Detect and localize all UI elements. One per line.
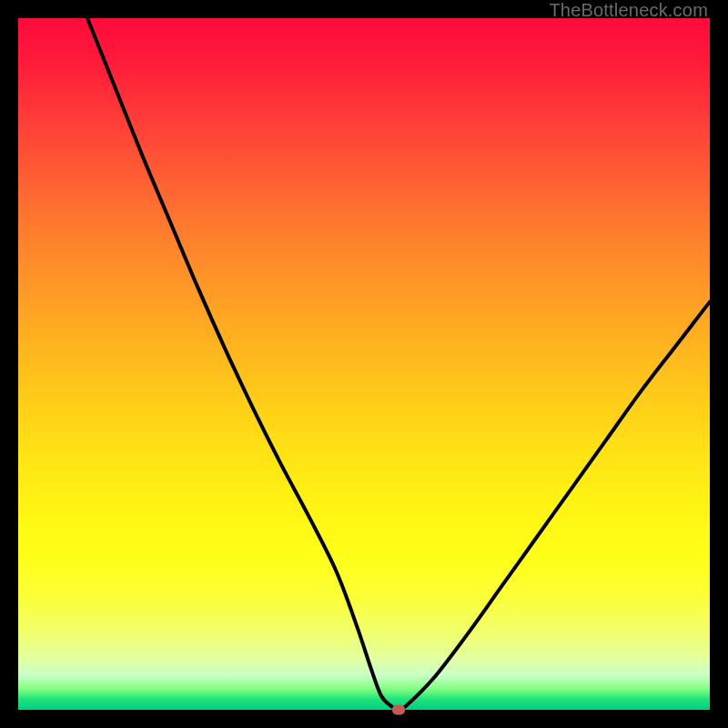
optimum-marker <box>392 705 405 715</box>
watermark-text: TheBottleneck.com <box>549 0 708 21</box>
plot-area <box>18 18 710 710</box>
outer-frame: TheBottleneck.com <box>0 0 728 728</box>
bottleneck-curve <box>18 18 710 710</box>
